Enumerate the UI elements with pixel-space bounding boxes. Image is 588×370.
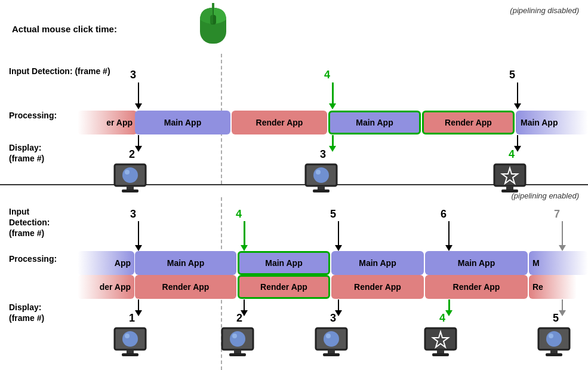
bottom-main-app-1: Main App: [135, 251, 236, 275]
bottom-arrow-7: [559, 221, 566, 251]
svg-point-38: [549, 334, 553, 338]
svg-rect-31: [323, 353, 340, 356]
top-processing-label: Processing:: [9, 111, 57, 120]
svg-rect-34: [437, 350, 444, 354]
svg-rect-30: [328, 350, 335, 354]
bottom-monitor-2: 2: [221, 312, 258, 358]
top-section: (pipelining disabled) Input Detection: (…: [0, 0, 588, 185]
bottom-main-app-2-green: Main App: [238, 251, 330, 275]
bottom-render-app-1: Render App: [135, 275, 236, 299]
svg-rect-20: [127, 350, 134, 354]
top-arrow-5: [514, 82, 521, 109]
top-render-app-1: Render App: [232, 111, 327, 134]
svg-point-19: [125, 334, 130, 338]
top-main-app-2-green: Main App: [328, 111, 421, 134]
bottom-monitor-5: 5: [537, 312, 574, 358]
svg-point-10: [316, 170, 321, 175]
svg-rect-40: [546, 353, 562, 356]
bottom-main-fade-right: M: [529, 251, 588, 275]
top-frame-4: 4: [324, 69, 330, 81]
top-main-app-1: Main App: [135, 111, 230, 134]
svg-point-37: [546, 331, 562, 347]
bottom-monitor-1: 1: [113, 312, 150, 358]
bottom-monitor-4-star: 4: [424, 312, 461, 358]
svg-point-9: [313, 167, 329, 183]
bottom-render-app-4: Render App: [425, 275, 528, 299]
bottom-frame-6: 6: [441, 208, 447, 221]
bottom-render-app-2-green: Render App: [238, 275, 330, 299]
bottom-display-label: Display:(frame #): [9, 302, 44, 323]
pipelining-enabled-label: (pipelining enabled): [512, 191, 579, 200]
diagram-container: Actual mouse click time: (pipelining dis…: [0, 0, 588, 370]
svg-point-18: [122, 331, 138, 347]
svg-rect-25: [234, 350, 241, 354]
bottom-main-app-4: Main App: [425, 251, 528, 275]
bottom-render-app-3: Render App: [331, 275, 424, 299]
top-arrow-4: [329, 82, 336, 109]
bottom-section: (pipelining enabled) InputDetection:(fra…: [0, 185, 588, 370]
svg-point-24: [232, 334, 237, 338]
svg-rect-21: [122, 353, 138, 356]
bottom-arrow-5: [335, 221, 342, 251]
top-render-app-2-green: Render App: [422, 111, 515, 134]
top-display-label: Display:(frame #): [9, 142, 44, 164]
bottom-arrow-3: [135, 221, 142, 251]
bottom-frame-5: 5: [330, 208, 336, 221]
bottom-arrow-6: [445, 221, 452, 251]
bottom-frame-3: 3: [130, 208, 136, 221]
top-main-app-3-fade: Main App: [516, 111, 588, 134]
bottom-frame-4: 4: [236, 208, 242, 221]
svg-rect-26: [229, 353, 246, 356]
bottom-monitor-3: 3: [315, 312, 352, 358]
svg-point-4: [122, 167, 138, 183]
svg-point-5: [125, 170, 130, 175]
top-frame-5: 5: [509, 69, 515, 81]
top-render-fade-left: er App: [78, 111, 137, 134]
bottom-render-fade-right: Re: [529, 275, 577, 299]
bottom-main-app-3: Main App: [331, 251, 424, 275]
bottom-main-fade-left: App: [78, 251, 134, 275]
top-frame-3: 3: [130, 69, 136, 81]
bottom-arrow-4: [241, 221, 248, 251]
pipelining-disabled-label: (pipelining disabled): [510, 6, 579, 15]
svg-point-29: [326, 334, 331, 338]
svg-point-23: [230, 331, 245, 347]
svg-rect-39: [550, 350, 558, 354]
bottom-render-fade-left: der App: [78, 275, 134, 299]
bottom-input-detection-label: InputDetection:(frame #): [9, 206, 50, 239]
svg-rect-35: [432, 353, 449, 356]
svg-point-28: [324, 331, 339, 347]
top-arrow-3: [135, 82, 142, 109]
bottom-processing-label: Processing:: [9, 254, 57, 264]
bottom-frame-7: 7: [554, 208, 560, 221]
top-input-detection-label: Input Detection: (frame #): [9, 66, 110, 77]
